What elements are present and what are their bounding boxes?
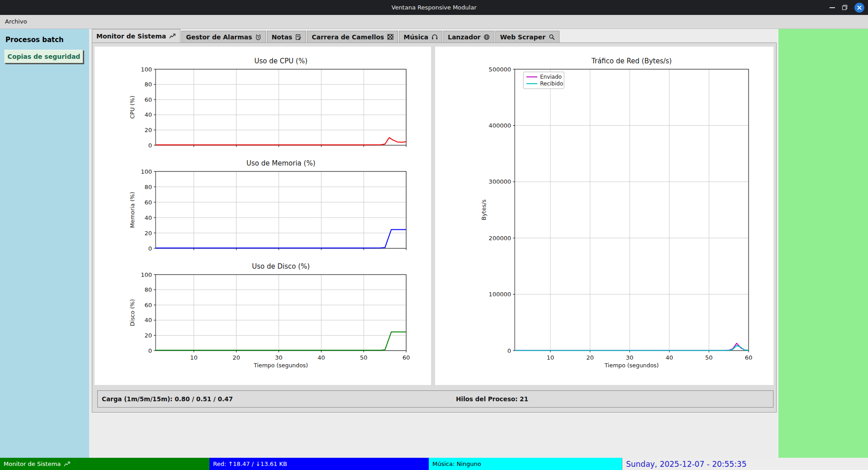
tab-label: Música bbox=[403, 33, 428, 41]
svg-text:200000: 200000 bbox=[489, 235, 511, 242]
svg-text:Tiempo (segundos): Tiempo (segundos) bbox=[253, 362, 308, 369]
tab-label: Gestor de Alarmas bbox=[186, 33, 252, 41]
svg-text:0: 0 bbox=[148, 347, 152, 354]
svg-text:40: 40 bbox=[144, 214, 152, 221]
right-green-panel bbox=[778, 29, 868, 458]
menu-item-archivo[interactable]: Archivo bbox=[0, 15, 32, 28]
svg-text:40: 40 bbox=[318, 354, 325, 361]
sidebar-heading: Procesos batch bbox=[5, 36, 89, 44]
network-traffic-chart: 1020304050600100000200000300000400000500… bbox=[435, 47, 773, 385]
svg-text:0: 0 bbox=[148, 245, 152, 252]
svg-text:Tráfico de Red (Bytes/s): Tráfico de Red (Bytes/s) bbox=[591, 57, 672, 65]
svg-text:80: 80 bbox=[144, 81, 152, 88]
status-datetime-text: Sunday, 2025-12-07 - 20:55:35 bbox=[626, 460, 747, 469]
svg-text:10: 10 bbox=[190, 354, 198, 361]
system-info-bar: Carga (1m/5m/15m): 0.80 / 0.51 / 0.47 Hi… bbox=[97, 390, 773, 408]
svg-text:CPU (%): CPU (%) bbox=[129, 95, 136, 119]
monitor-tab-content: 020406080100Uso de CPU (%)CPU (%)0204060… bbox=[92, 43, 777, 413]
tab-musica[interactable]: Música bbox=[399, 31, 442, 43]
svg-text:60: 60 bbox=[144, 302, 152, 309]
svg-text:40: 40 bbox=[144, 111, 152, 118]
svg-text:60: 60 bbox=[403, 354, 410, 361]
restore-button[interactable] bbox=[842, 5, 848, 10]
status-network: Red: ↑18.47 / ↓13.61 KB bbox=[209, 458, 429, 470]
status-datetime: Sunday, 2025-12-07 - 20:55:35 bbox=[622, 458, 868, 470]
svg-text:Memoria (%): Memoria (%) bbox=[129, 192, 136, 228]
tab-notas[interactable]: Notas bbox=[267, 31, 306, 43]
status-monitor-text: Monitor de Sistema bbox=[4, 461, 61, 467]
chart-up-icon bbox=[169, 33, 176, 39]
svg-text:0: 0 bbox=[148, 142, 152, 149]
svg-text:60: 60 bbox=[144, 199, 152, 206]
svg-text:40: 40 bbox=[144, 317, 152, 323]
svg-text:100: 100 bbox=[141, 66, 152, 73]
process-threads-label: Hilos del Proceso: 21 bbox=[456, 395, 528, 403]
tab-label: Lanzador bbox=[448, 33, 480, 41]
window-controls bbox=[830, 0, 864, 15]
svg-text:60: 60 bbox=[144, 96, 152, 103]
tab-label: Monitor de Sistema bbox=[96, 33, 166, 40]
sidebar-procesos-batch: Procesos batch Copias de seguridad bbox=[0, 29, 89, 458]
svg-text:100000: 100000 bbox=[489, 291, 511, 298]
svg-text:20: 20 bbox=[232, 354, 240, 361]
status-monitor: Monitor de Sistema bbox=[0, 458, 209, 470]
tab-label: Carrera de Camellos bbox=[312, 33, 384, 41]
status-network-text: Red: ↑18.47 / ↓13.61 KB bbox=[213, 461, 287, 467]
tab-carrera-de-camellos[interactable]: Carrera de Camellos bbox=[307, 31, 398, 43]
statusbar: Monitor de SistemaRed: ↑18.47 / ↓13.61 K… bbox=[0, 458, 868, 470]
tab-label: Notas bbox=[271, 33, 292, 41]
note-icon bbox=[295, 34, 302, 40]
copias-de-seguridad-button[interactable]: Copias de seguridad bbox=[5, 50, 83, 63]
svg-text:Uso de CPU (%): Uso de CPU (%) bbox=[254, 57, 307, 65]
svg-text:20: 20 bbox=[144, 230, 152, 237]
minimize-button[interactable] bbox=[830, 7, 835, 8]
checker-icon bbox=[387, 34, 394, 40]
svg-text:80: 80 bbox=[144, 286, 152, 293]
tab-lanzador[interactable]: Lanzador bbox=[443, 31, 494, 43]
tab-label: Web Scraper bbox=[500, 33, 545, 41]
svg-text:500000: 500000 bbox=[489, 66, 511, 73]
minimize-icon bbox=[830, 7, 835, 8]
svg-text:10: 10 bbox=[547, 354, 555, 361]
svg-text:Uso de Memoria (%): Uso de Memoria (%) bbox=[247, 159, 315, 167]
close-button[interactable] bbox=[854, 3, 864, 13]
svg-text:Recibido: Recibido bbox=[540, 81, 563, 87]
svg-text:Enviado: Enviado bbox=[540, 74, 562, 80]
svg-text:60: 60 bbox=[745, 354, 753, 361]
globe-icon bbox=[484, 34, 490, 40]
svg-text:300000: 300000 bbox=[489, 178, 511, 185]
svg-text:20: 20 bbox=[144, 127, 152, 133]
svg-text:50: 50 bbox=[705, 354, 713, 361]
tab-gestor-de-alarmas[interactable]: Gestor de Alarmas bbox=[181, 31, 266, 43]
restore-icon bbox=[842, 5, 848, 10]
svg-text:Disco (%): Disco (%) bbox=[129, 299, 136, 326]
close-icon bbox=[857, 5, 862, 10]
svg-text:20: 20 bbox=[144, 332, 152, 339]
window-title: Ventana Responsive Modular bbox=[0, 0, 868, 15]
svg-text:100: 100 bbox=[141, 271, 152, 278]
svg-text:30: 30 bbox=[275, 354, 283, 361]
alarm-icon bbox=[255, 34, 261, 40]
headphones-icon bbox=[432, 34, 438, 40]
system-usage-charts: 020406080100Uso de CPU (%)CPU (%)0204060… bbox=[95, 47, 431, 385]
svg-text:Bytes/s: Bytes/s bbox=[480, 199, 487, 220]
status-music-text: Música: Ninguno bbox=[432, 461, 481, 467]
svg-text:400000: 400000 bbox=[489, 122, 511, 129]
magnifier-icon bbox=[549, 34, 555, 40]
svg-text:0: 0 bbox=[508, 347, 511, 354]
tab-monitor-de-sistema[interactable]: Monitor de Sistema bbox=[92, 29, 180, 43]
svg-text:Tiempo (segundos): Tiempo (segundos) bbox=[604, 362, 659, 369]
svg-text:Uso de Disco (%): Uso de Disco (%) bbox=[252, 262, 310, 271]
chart-up-icon bbox=[64, 461, 71, 467]
tab-web-scraper[interactable]: Web Scraper bbox=[495, 31, 560, 43]
svg-text:30: 30 bbox=[626, 354, 634, 361]
status-music: Música: Ninguno bbox=[429, 458, 622, 470]
load-average-label: Carga (1m/5m/15m): 0.80 / 0.51 / 0.47 bbox=[102, 395, 233, 403]
svg-text:40: 40 bbox=[665, 354, 673, 361]
svg-text:100: 100 bbox=[141, 168, 152, 175]
svg-text:20: 20 bbox=[586, 354, 594, 361]
menubar: Archivo bbox=[0, 15, 868, 29]
titlebar: Ventana Responsive Modular bbox=[0, 0, 868, 15]
svg-text:80: 80 bbox=[144, 184, 152, 190]
tab-bar: Monitor de SistemaGestor de AlarmasNotas… bbox=[92, 29, 560, 43]
